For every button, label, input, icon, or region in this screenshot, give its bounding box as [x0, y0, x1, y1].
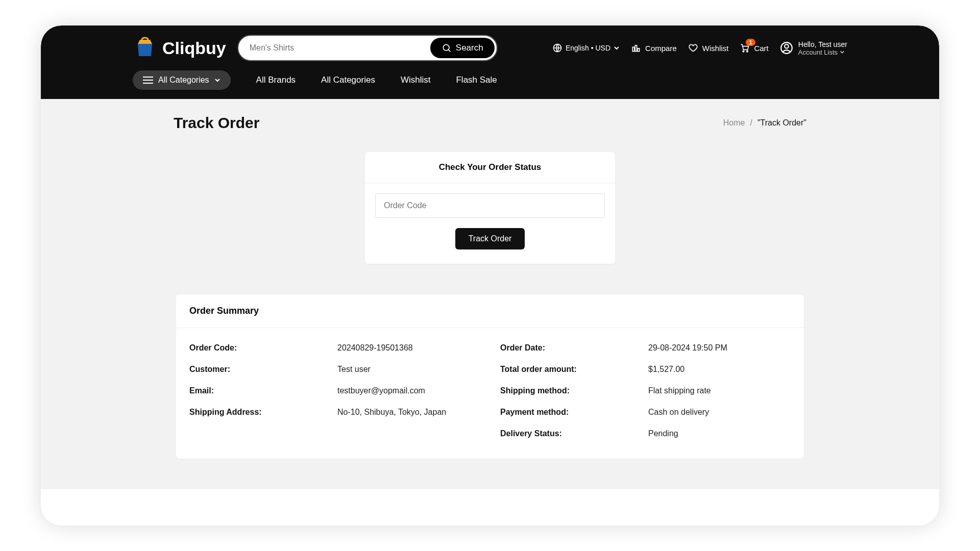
- user-icon: [780, 41, 793, 55]
- summary-label: Order Code:: [189, 343, 337, 353]
- svg-rect-5: [638, 48, 639, 52]
- page-body: Track Order Home / "Track Order" Check Y…: [41, 99, 939, 489]
- search-input[interactable]: [240, 38, 430, 58]
- summary-value: 20240829-19501368: [337, 343, 413, 353]
- summary-row: Customer:Test user: [189, 365, 480, 374]
- breadcrumb-home[interactable]: Home: [723, 118, 745, 128]
- header: Cliqbuy Search English • USD Compare Wis…: [41, 26, 939, 70]
- check-order-title: Check Your Order Status: [365, 152, 615, 183]
- summary-left-column: Order Code:20240829-19501368 Customer:Te…: [189, 343, 480, 438]
- summary-label: Order Date:: [500, 343, 648, 353]
- check-order-card: Check Your Order Status Track Order: [365, 152, 615, 264]
- summary-row: Shipping Address:No-10, Shibuya, Tokyo, …: [189, 408, 480, 417]
- logo[interactable]: Cliqbuy: [133, 36, 226, 60]
- order-code-input[interactable]: [375, 193, 605, 218]
- summary-label: Customer:: [189, 365, 337, 374]
- heart-icon: [688, 43, 698, 53]
- nav-link-brands[interactable]: All Brands: [256, 75, 296, 85]
- account-sub-label: Account Lists: [798, 48, 838, 56]
- breadcrumb: Home / "Track Order": [723, 118, 806, 128]
- summary-row: Payment method:Cash on delivery: [500, 408, 791, 417]
- summary-value: $1,527.00: [648, 365, 684, 374]
- search-icon: [442, 43, 452, 53]
- summary-value: 29-08-2024 19:50 PM: [648, 343, 727, 353]
- breadcrumb-current: "Track Order": [757, 118, 806, 128]
- compare-label: Compare: [645, 44, 677, 53]
- order-summary-card: Order Summary Order Code:20240829-195013…: [176, 294, 804, 459]
- logo-text: Cliqbuy: [162, 38, 226, 58]
- summary-row: Order Code:20240829-19501368: [189, 343, 480, 353]
- order-summary-title: Order Summary: [176, 294, 804, 328]
- summary-value: Flat shipping rate: [648, 386, 711, 395]
- svg-point-7: [747, 51, 748, 52]
- cart-label: Cart: [754, 44, 768, 53]
- search-button[interactable]: Search: [430, 38, 495, 58]
- summary-right-column: Order Date:29-08-2024 19:50 PM Total ord…: [500, 343, 791, 438]
- all-categories-button[interactable]: All Categories: [133, 70, 231, 90]
- summary-label: Email:: [189, 386, 337, 395]
- summary-row: Total order amount:$1,527.00: [500, 365, 791, 374]
- chevron-down-icon: [214, 77, 220, 83]
- summary-label: Delivery Status:: [500, 429, 648, 438]
- nav-link-categories[interactable]: All Categories: [321, 75, 375, 85]
- globe-icon: [552, 43, 562, 53]
- summary-label: Total order amount:: [500, 365, 648, 374]
- summary-value: Pending: [648, 429, 678, 438]
- svg-rect-3: [632, 47, 634, 51]
- svg-point-9: [785, 44, 789, 48]
- svg-line-1: [448, 49, 450, 52]
- compare-link[interactable]: Compare: [631, 43, 677, 53]
- summary-value: No-10, Shibuya, Tokyo, Japan: [337, 408, 446, 417]
- summary-value: testbuyer@yopmail.com: [337, 386, 425, 395]
- breadcrumb-separator: /: [750, 118, 752, 128]
- summary-label: Shipping method:: [500, 386, 648, 395]
- language-selector[interactable]: English • USD: [552, 43, 620, 53]
- svg-rect-4: [635, 45, 636, 52]
- track-order-button[interactable]: Track Order: [455, 228, 525, 249]
- search-button-label: Search: [456, 43, 483, 53]
- nav-link-flashsale[interactable]: Flash Sale: [456, 75, 497, 85]
- summary-row: Shipping method:Flat shipping rate: [500, 386, 791, 395]
- wishlist-link[interactable]: Wishlist: [688, 43, 729, 53]
- summary-row: Email:testbuyer@yopmail.com: [189, 386, 480, 395]
- chevron-down-icon: [614, 45, 620, 51]
- account-greeting: Hello, Test user: [798, 40, 847, 48]
- search-bar: Search: [237, 35, 498, 61]
- summary-value: Cash on delivery: [648, 408, 709, 417]
- summary-row: Delivery Status:Pending: [500, 429, 791, 438]
- compare-icon: [631, 43, 641, 53]
- cart-badge: 1: [746, 39, 755, 46]
- summary-value: Test user: [337, 365, 371, 374]
- account-menu[interactable]: Hello, Test user Account Lists: [780, 40, 847, 56]
- cart-link[interactable]: 1 Cart: [740, 43, 768, 53]
- shopping-bag-icon: [133, 36, 157, 60]
- nav-link-wishlist[interactable]: Wishlist: [401, 75, 431, 85]
- wishlist-label: Wishlist: [702, 44, 729, 53]
- summary-label: Payment method:: [500, 408, 648, 417]
- lang-text: English • USD: [566, 44, 610, 52]
- summary-label: Shipping Address:: [189, 408, 337, 417]
- svg-point-0: [443, 44, 449, 51]
- all-categories-label: All Categories: [158, 76, 209, 85]
- svg-point-6: [743, 51, 745, 52]
- nav-bar: All Categories All Brands All Categories…: [41, 70, 939, 99]
- summary-row: Order Date:29-08-2024 19:50 PM: [500, 343, 791, 353]
- page-title: Track Order: [174, 114, 259, 132]
- chevron-down-icon: [840, 49, 845, 55]
- menu-icon: [143, 76, 153, 84]
